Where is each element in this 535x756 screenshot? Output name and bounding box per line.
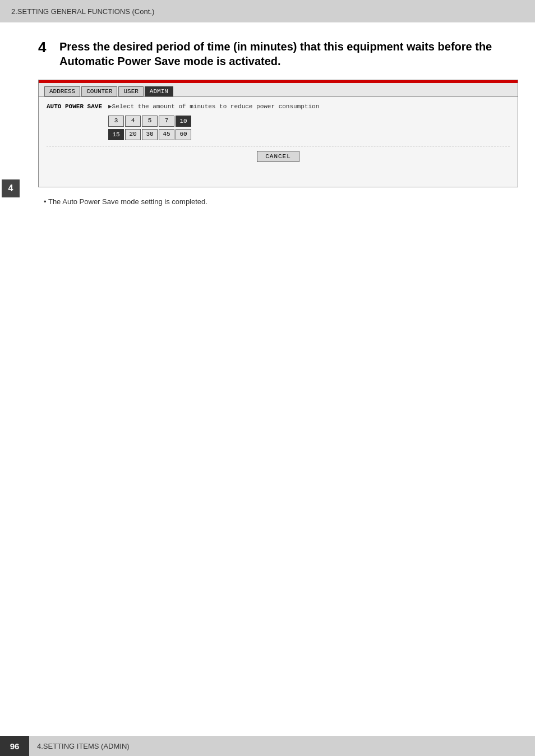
minute-btn-3[interactable]: 3 (108, 116, 124, 127)
chapter-badge: 4 (2, 179, 20, 197)
screen-content: AUTO POWER SAVE ▶Select the amount of mi… (39, 97, 518, 187)
breadcrumb-text: 2.SETTING GENERAL FUNCTIONS (Cont.) (11, 7, 154, 16)
step-container: 4 Press the desired period of time (in m… (38, 39, 518, 68)
cancel-area: CANCEL (47, 146, 510, 167)
left-sidebar: 4 (0, 22, 21, 734)
screen-box: ADDRESS COUNTER USER ADMIN AUTO POWER SA… (38, 80, 518, 187)
cancel-button[interactable]: CANCEL (257, 151, 299, 162)
minute-row-1: 3 4 5 7 10 (108, 116, 191, 127)
minute-buttons-section: 3 4 5 7 10 15 20 30 45 60 (47, 116, 510, 140)
minute-btn-15[interactable]: 15 (108, 129, 124, 140)
screen-label: AUTO POWER SAVE (47, 103, 108, 110)
footer-section-label: 4.SETTING ITEMS (ADMIN) (29, 742, 130, 750)
screen-instruction: ▶Select the amount of minutes to reduce … (108, 103, 319, 110)
top-breadcrumb-bar: 2.SETTING GENERAL FUNCTIONS (Cont.) (0, 0, 535, 22)
minute-btn-5[interactable]: 5 (142, 116, 158, 127)
tabs-row: ADDRESS COUNTER USER ADMIN (39, 83, 518, 97)
page-number: 96 (0, 736, 29, 756)
bottom-bar: 96 4.SETTING ITEMS (ADMIN) (0, 736, 535, 756)
main-content: 4 Press the desired period of time (in m… (21, 22, 535, 756)
minute-btn-45[interactable]: 45 (159, 129, 174, 140)
minute-btn-20[interactable]: 20 (125, 129, 141, 140)
minute-btn-7[interactable]: 7 (159, 116, 174, 127)
minute-btn-30[interactable]: 30 (142, 129, 158, 140)
step-number: 4 (38, 39, 52, 56)
minute-btn-10[interactable]: 10 (176, 116, 191, 127)
step-text: Press the desired period of time (in min… (59, 39, 518, 68)
tab-user[interactable]: USER (118, 86, 143, 96)
tab-counter[interactable]: COUNTER (81, 86, 117, 96)
tab-admin[interactable]: ADMIN (145, 86, 173, 96)
screen-label-row: AUTO POWER SAVE ▶Select the amount of mi… (47, 103, 510, 110)
minute-btn-60[interactable]: 60 (176, 129, 191, 140)
minute-btn-4[interactable]: 4 (125, 116, 141, 127)
minute-row-2: 15 20 30 45 60 (108, 129, 191, 140)
tab-address[interactable]: ADDRESS (44, 86, 80, 96)
bullet-note: The Auto Power Save mode setting is comp… (38, 197, 518, 206)
